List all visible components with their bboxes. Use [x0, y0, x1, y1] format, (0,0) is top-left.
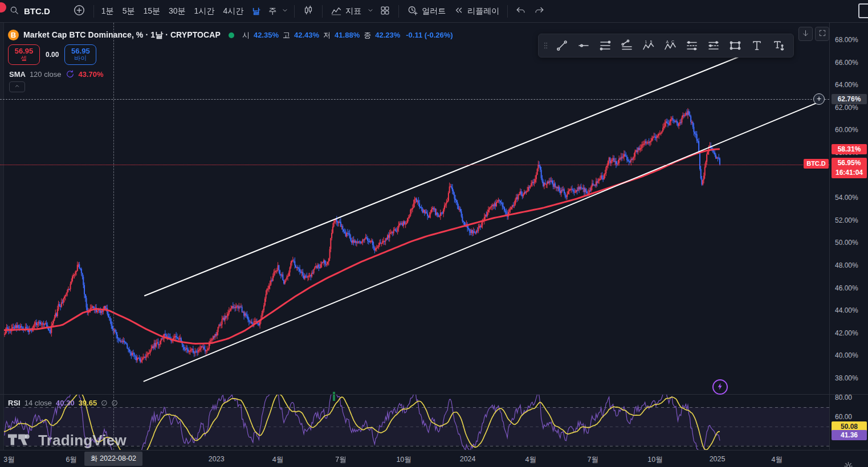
compare-add-button[interactable] — [69, 2, 89, 21]
low-label: 저 — [323, 30, 331, 40]
alert-level-line[interactable] — [0, 99, 829, 100]
arrow-down-icon — [801, 29, 810, 39]
draw-tool-trend-based-fib[interactable] — [617, 36, 637, 55]
interval-주[interactable]: 주 — [265, 4, 280, 19]
draw-tool-rectangle[interactable] — [725, 36, 745, 55]
trade-panel: 56.95 셀 0.00 56.95 바이 — [8, 44, 96, 65]
rsi-value-label: 41.36 — [832, 430, 867, 440]
draw-tool-elliott-wave[interactable]: 15 — [638, 36, 659, 55]
time-tick: 10월 — [396, 455, 411, 465]
sma-name: SMA — [9, 70, 26, 79]
fullscreen-icon[interactable] — [858, 3, 868, 18]
draw-tool-long-position[interactable] — [682, 36, 702, 55]
alert-label: 얼러트 — [422, 6, 446, 17]
gear-icon[interactable] — [843, 461, 853, 467]
price-tick: 60.00% — [835, 125, 858, 134]
interval-group: 1분5분15분30분1시간4시간날주 — [98, 4, 280, 19]
search-icon — [9, 5, 19, 17]
current-price-line — [0, 165, 829, 165]
add-alert-plus-icon[interactable]: + — [813, 93, 825, 105]
interval-menu-chevron[interactable] — [280, 5, 290, 17]
alert-button[interactable]: 얼러트 — [403, 2, 450, 20]
sell-button[interactable]: 56.95 셀 — [8, 44, 40, 65]
price-tick: 64.00% — [835, 80, 858, 89]
toolbar-divider — [322, 5, 323, 18]
time-tick: 7월 — [588, 455, 598, 465]
replay-button[interactable]: 리플레이 — [450, 3, 503, 19]
time-tick: 4월 — [272, 455, 283, 465]
time-tick: 6월 — [66, 455, 76, 465]
move-pane-down-button[interactable] — [798, 27, 813, 41]
lightning-icon — [716, 382, 724, 392]
sma-params: 120 close — [30, 70, 62, 79]
rsi-legend[interactable]: RSI 14 close 40.30 39.65 ∅ ∅ — [8, 399, 118, 407]
price-tick: 66.00% — [835, 58, 858, 67]
legend-collapse-button[interactable] — [9, 81, 25, 92]
interval-5분[interactable]: 5분 — [119, 4, 138, 19]
toolbar-divider — [294, 5, 295, 18]
spread-value: 0.00 — [46, 51, 59, 59]
open-label: 시 — [242, 30, 250, 40]
open-value: 42.35% — [254, 31, 279, 39]
sell-label: 셀 — [21, 55, 27, 62]
watermark-text: TradingView — [38, 432, 127, 449]
svg-text:1: 1 — [645, 40, 647, 44]
interval-1시간[interactable]: 1시간 — [191, 4, 218, 19]
time-tick: 7월 — [335, 455, 346, 465]
draw-tool-text[interactable] — [747, 36, 767, 55]
price-tick: 46.00% — [835, 284, 858, 293]
redo-button[interactable] — [530, 3, 548, 19]
draw-tool-anchored-text[interactable] — [768, 36, 789, 55]
price-tick: 50.00% — [835, 238, 858, 247]
symbol-search-button[interactable]: BTC.D — [8, 3, 54, 19]
interval-30분[interactable]: 30분 — [165, 4, 189, 19]
price-axis[interactable]: 68.00%66.00%64.00%62.00%60.00%58.00%56.0… — [829, 23, 868, 467]
draw-tool-horizontal-ray[interactable] — [573, 36, 594, 55]
rsi-ma-value: 39.65 — [79, 399, 97, 407]
time-tick: 3월 — [3, 455, 14, 465]
rsi-empty-2: ∅ — [112, 399, 118, 407]
draw-tool-fib-retracement[interactable] — [595, 36, 616, 55]
crosshair-date-label: 화 2022-08-02 — [84, 452, 142, 466]
bar-countdown: 16:41:04 — [832, 168, 867, 178]
collapsed-drawing-toolbar[interactable] — [0, 23, 4, 450]
rsi-params: 14 close — [25, 399, 52, 407]
interval-4시간[interactable]: 4시간 — [219, 4, 247, 19]
chart-style-button[interactable] — [299, 2, 318, 20]
interval-15분[interactable]: 15분 — [140, 4, 164, 19]
sma-legend[interactable]: SMA 120 close 43.70% — [9, 69, 104, 79]
rsi-tick: 60.00 — [835, 412, 852, 421]
pane-separator[interactable] — [0, 394, 868, 395]
chevron-down-icon — [366, 6, 374, 16]
time-axis[interactable]: 3월6월20234월7월10월20244월7월10월20254월 화 2022-… — [0, 450, 868, 467]
notification-dot — [0, 2, 6, 13]
chart-stage: + B Market Cap BTC Dominance, % · 1날 · C… — [0, 23, 868, 467]
ohlc-values: 시42.35% 고42.43% 저41.88% 종42.23% — [242, 30, 400, 40]
symbol-legend[interactable]: B Market Cap BTC Dominance, % · 1날 · CRY… — [8, 30, 453, 40]
price-tick: 38.00% — [835, 374, 858, 383]
change-value: -0.11 (-0.26%) — [406, 31, 453, 39]
maximize-pane-button[interactable] — [815, 27, 829, 41]
indicator-templates-chevron[interactable] — [365, 5, 376, 17]
draw-tool-short-position[interactable] — [703, 36, 724, 55]
price-chart-canvas[interactable] — [0, 23, 829, 450]
rsi-name: RSI — [8, 399, 21, 407]
undo-button[interactable] — [512, 3, 530, 19]
layout-grid-button[interactable] — [376, 3, 394, 20]
price-tick: 44.00% — [835, 306, 858, 315]
indicators-button[interactable]: 지표 — [327, 2, 365, 20]
draw-tool-trend-line[interactable] — [552, 36, 572, 55]
interval-날[interactable]: 날 — [248, 4, 263, 19]
buy-button[interactable]: 56.95 바이 — [64, 44, 96, 65]
price-tick: 68.00% — [835, 35, 858, 44]
quick-trade-lightning-button[interactable] — [712, 379, 728, 395]
drag-handle[interactable] — [543, 40, 548, 51]
draw-tool-xabcd-pattern[interactable]: AC — [660, 36, 680, 55]
price-tick: 48.00% — [835, 261, 858, 270]
interval-1분[interactable]: 1분 — [98, 4, 117, 19]
last-price-label: 56.95% 16:41:04 — [832, 158, 867, 178]
sma-value: 43.70% — [79, 70, 104, 79]
price-tick: 62.00% — [835, 103, 858, 112]
redo-icon — [534, 5, 544, 17]
tradingview-watermark[interactable]: TradingView — [8, 432, 127, 449]
